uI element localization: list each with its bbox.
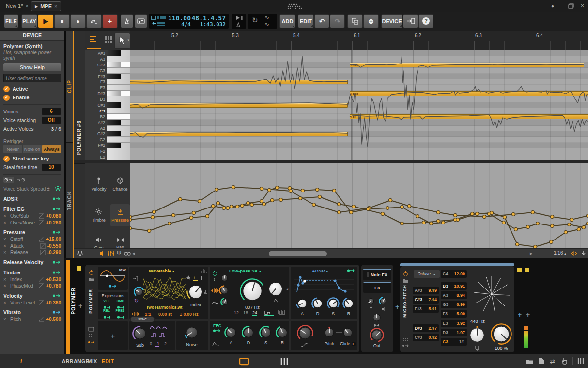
mod-source-release-velocity[interactable]: Release Velocity [3, 258, 61, 266]
post-roll-icon[interactable]: ∿ [264, 21, 269, 28]
micropitch-row-A3[interactable]: A38.94 [441, 291, 467, 299]
file-button[interactable]: FILE [4, 14, 18, 28]
filter-resonance-knob[interactable] [266, 280, 285, 298]
add-modulator-cell[interactable]: + [98, 321, 128, 350]
tempo-value[interactable]: 110.00 [168, 15, 191, 22]
device-title[interactable]: POLYMER [88, 289, 93, 314]
overdub-button[interactable]: + [102, 14, 118, 28]
filter-keytrack-knob[interactable] [220, 273, 229, 283]
filter-drive-knob[interactable] [219, 285, 230, 296]
pitch-star-display[interactable] [473, 274, 511, 315]
hp-filter-knob[interactable] [297, 325, 313, 341]
piano-key-F3[interactable] [107, 79, 130, 85]
micropitch-row-F3[interactable]: F35.00 [441, 310, 467, 318]
wavetable-display[interactable] [143, 275, 186, 305]
single-panel-layout-icon[interactable] [239, 358, 249, 366]
preset-folder-icon[interactable] [88, 276, 94, 282]
piano-key-F2[interactable] [107, 148, 130, 154]
piano-key-B2[interactable] [107, 114, 130, 120]
io-routing-icon[interactable]: ⇄ [550, 358, 555, 365]
feg-mod-arrow[interactable] [213, 329, 221, 333]
clip-name[interactable]: POLYMER #6 [77, 120, 82, 155]
touch-mode-icon[interactable] [561, 358, 568, 365]
piano-key-E3[interactable] [107, 85, 130, 91]
edit-button[interactable]: EDIT [298, 14, 314, 28]
wavetable-index-knob[interactable] [186, 283, 205, 301]
expression-button-chance[interactable]: Chance [110, 173, 130, 195]
view-button-edit[interactable]: EDIT [102, 358, 114, 364]
filter-slope-12[interactable]: 12 [234, 310, 239, 316]
close-icon[interactable]: × [581, 2, 584, 9]
mod-source-velocity[interactable]: Velocity [3, 292, 61, 300]
wavetable-name[interactable]: Two Harmonics.wt [141, 305, 187, 310]
playhead-time[interactable]: 1:43.032 [200, 21, 226, 28]
sub-octave--1[interactable]: -1 [155, 341, 159, 347]
expression-button-timbre[interactable]: Timbre [89, 204, 108, 226]
sub-waveform-icons[interactable] [150, 324, 174, 338]
out-volume-knob[interactable] [370, 328, 384, 342]
expression-slot-rel[interactable]: REL [101, 309, 112, 321]
micropitch-row-F#3[interactable]: F#35.91 [413, 305, 439, 313]
automation-write-button[interactable]: w [86, 14, 102, 28]
glide-knob[interactable] [341, 326, 354, 339]
mod-curve-icon[interactable] [40, 243, 46, 249]
project-tab[interactable]: New 1* × [6, 1, 29, 10]
active-checkbox[interactable]: ✓Active [3, 84, 61, 93]
mod-target-release[interactable]: ×Release-0.290 [3, 249, 61, 256]
beat-ruler[interactable]: 5.25.35.46.16.26.36.4 [130, 31, 588, 50]
transport-mode-icons[interactable] [151, 15, 167, 27]
redo-button[interactable]: ↷ [330, 14, 345, 28]
close-icon[interactable]: × [25, 3, 28, 9]
add-device-end-button[interactable]: + [526, 311, 530, 319]
piano-key-G#2[interactable] [107, 131, 130, 137]
mod-target-oscs-noise[interactable]: ×Oscs/Noise+0.260 [3, 220, 61, 226]
voice-stacking-value[interactable]: Off [42, 117, 61, 124]
zoom-fit-icon[interactable] [571, 250, 577, 256]
piano-key-E2[interactable] [107, 154, 130, 160]
view-button-mix[interactable]: MIX [88, 358, 97, 364]
mix-value[interactable]: 100 % [491, 345, 512, 351]
piano-key-D3[interactable] [107, 96, 130, 102]
device-name-input[interactable]: User-defined name [3, 74, 61, 82]
micropitch-row-C4[interactable]: C412.00 [441, 270, 467, 278]
steal-same-key-checkbox[interactable]: ✓Steal same key [3, 154, 61, 163]
voices-value[interactable]: 6 [42, 108, 61, 115]
piano-key-F#2[interactable] [107, 143, 130, 148]
pre-roll-icon[interactable]: ∿ [264, 14, 269, 21]
micropitch-row-C#3[interactable]: C#30.92 [413, 334, 439, 341]
close-icon[interactable]: × [54, 3, 57, 9]
feg-release-knob[interactable] [276, 326, 289, 339]
insert-device-end-button[interactable]: + [518, 311, 522, 319]
retrigger-option-always[interactable]: Always [42, 145, 61, 153]
show-help-button[interactable]: Show Help [3, 63, 61, 71]
modulation-route-icon[interactable] [88, 340, 95, 344]
minimize-icon[interactable]: ● [551, 3, 554, 9]
micropitch-row-B3[interactable]: B310.91 [441, 282, 467, 290]
spectrum-icon[interactable] [201, 268, 207, 273]
micropitch-row-A#3[interactable]: A#39.99 [413, 287, 439, 294]
piano-key-G3[interactable] [107, 68, 130, 74]
mod-target-attack[interactable]: ×Attack-0.550 [3, 243, 61, 250]
mod-target-pitch[interactable]: ×Pitch+0.500 [3, 316, 61, 323]
reference-freq-knob[interactable] [467, 325, 487, 345]
feg-attack-knob[interactable] [224, 326, 238, 339]
mod-target-index[interactable]: ×Index+0.530 [3, 276, 61, 283]
env-type-select[interactable]: ADSR ▾ [312, 268, 328, 273]
piano-key-A3[interactable] [107, 56, 130, 62]
record-button[interactable]: ● [70, 14, 86, 28]
mod-target-cutoff[interactable]: ×Cutoff+15.00 [3, 236, 61, 243]
amp-sustain-knob[interactable] [327, 297, 340, 310]
preset-folder-icon[interactable] [402, 278, 409, 283]
piano-key-A2[interactable] [107, 126, 130, 131]
voice-volume-knob[interactable] [379, 297, 387, 305]
pan-knob[interactable] [371, 312, 382, 323]
keytrack-icon[interactable] [132, 275, 139, 281]
micropitch-row-E3[interactable]: E33.92 [441, 320, 467, 327]
modwheel-modulator[interactable]: MW [98, 267, 128, 290]
loop-icon[interactable]: ↻ [252, 16, 258, 25]
play-menu-button[interactable]: PLAY [21, 14, 37, 28]
piano-key-G#3[interactable] [107, 62, 130, 68]
micropitch-row-G#3[interactable]: G#37.94 [413, 296, 439, 304]
mod-source-pressure[interactable]: Pressure [3, 228, 61, 236]
mixer-panel-icon[interactable] [577, 358, 584, 365]
